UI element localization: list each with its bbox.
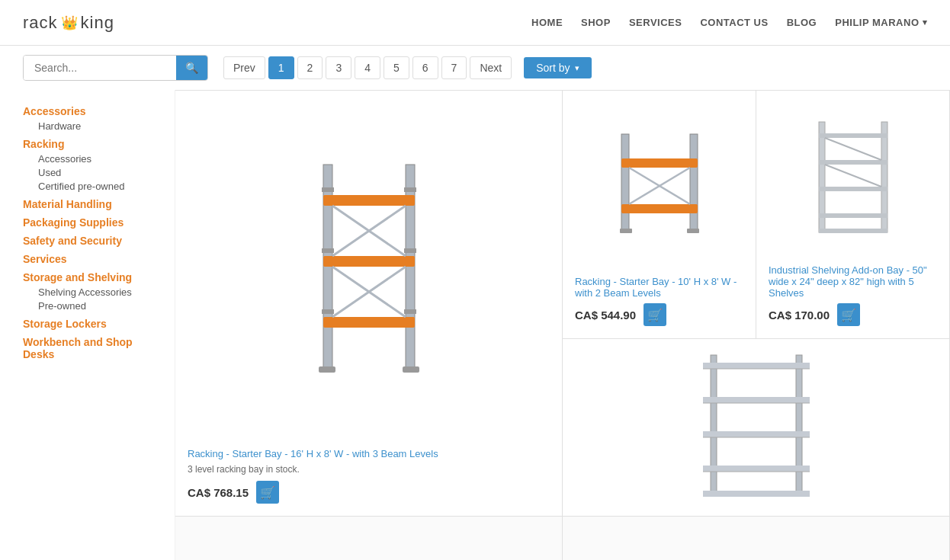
product-card-3: Industrial Shelving Add-on Bay - 50" wid… — [756, 91, 950, 339]
svg-rect-37 — [703, 397, 810, 403]
pagination: Prev 1 2 3 4 5 6 7 Next — [223, 56, 512, 79]
bottom-card-left — [175, 517, 563, 560]
svg-rect-39 — [703, 466, 810, 472]
svg-rect-35 — [796, 355, 802, 496]
page-1[interactable]: 1 — [268, 56, 294, 79]
products-area: Racking - Starter Bay - 16' H x 8' W - w… — [175, 90, 950, 560]
sidebar-item-services[interactable]: Services — [23, 253, 159, 265]
search-button[interactable]: 🔍 — [176, 56, 207, 80]
add-to-cart-button-3[interactable]: 🛒 — [837, 303, 860, 326]
sidebar-item-shelving-accessories[interactable]: Shelving Accessories — [38, 286, 159, 298]
sort-by-button[interactable]: Sort by — [524, 57, 591, 78]
page-next[interactable]: Next — [470, 56, 512, 79]
product-card-4 — [563, 339, 950, 517]
svg-rect-29 — [819, 187, 887, 191]
sidebar-item-workbench[interactable]: Workbench and Shop Desks — [23, 336, 159, 360]
sidebar-item-packaging-supplies[interactable]: Packaging Supplies — [23, 216, 159, 229]
sidebar-item-preowned[interactable]: Pre-owned — [38, 300, 159, 312]
nav-services[interactable]: SERVICES — [629, 17, 682, 28]
svg-rect-36 — [703, 363, 810, 369]
page-3[interactable]: 3 — [326, 56, 351, 79]
svg-rect-11 — [322, 248, 334, 253]
product-subtitle-1: 3 level racking bay in stock. — [188, 464, 550, 475]
logo[interactable]: rack 👑 king — [23, 13, 114, 33]
svg-line-33 — [825, 165, 881, 187]
logo-text-left: rack — [23, 13, 58, 33]
product-price-3: CA$ 170.00 — [769, 309, 830, 322]
product-price-row-2: CA$ 544.90 🛒 — [575, 303, 743, 326]
sidebar-item-storage-shelving[interactable]: Storage and Shelving — [23, 271, 159, 283]
main-layout: Accessories Hardware Racking Accessories… — [0, 90, 950, 560]
logo-text-right: king — [81, 13, 114, 33]
svg-rect-3 — [323, 256, 415, 267]
svg-rect-40 — [703, 491, 810, 497]
svg-line-32 — [825, 138, 881, 160]
svg-rect-10 — [404, 187, 416, 192]
svg-rect-14 — [404, 309, 416, 314]
product-card-2: Racking - Starter Bay - 10' H x 8' W - w… — [563, 91, 756, 339]
sidebar-item-storage-lockers[interactable]: Storage Lockers — [23, 318, 159, 330]
svg-rect-24 — [687, 229, 699, 233]
toolbar: 🔍 Prev 1 2 3 4 5 6 7 Next Sort by — [0, 46, 950, 90]
nav-shop[interactable]: SHOP — [581, 17, 611, 28]
page-4[interactable]: 4 — [355, 56, 380, 79]
svg-rect-15 — [319, 366, 335, 373]
svg-rect-4 — [323, 317, 415, 328]
nav-blog[interactable]: BLOG — [787, 17, 817, 28]
sidebar-item-hardware[interactable]: Hardware — [38, 120, 159, 132]
product-info-1: Racking - Starter Bay - 16' H x 8' W - w… — [188, 448, 550, 504]
svg-rect-2 — [323, 195, 415, 206]
svg-rect-30 — [819, 213, 887, 218]
add-to-cart-button-2[interactable]: 🛒 — [643, 303, 666, 326]
svg-rect-16 — [403, 366, 419, 373]
svg-rect-23 — [620, 229, 632, 233]
svg-rect-12 — [404, 248, 416, 253]
search-bar: 🔍 — [23, 55, 208, 81]
page-6[interactable]: 6 — [412, 56, 438, 79]
sidebar-item-material-handling[interactable]: Material Handling — [23, 198, 159, 210]
logo-crown-icon: 👑 — [61, 14, 78, 31]
svg-rect-31 — [819, 229, 887, 233]
nav-contact[interactable]: CONTACT US — [700, 17, 768, 28]
product-price-2: CA$ 544.90 — [575, 309, 636, 322]
sidebar-item-racking-accessories[interactable]: Accessories — [38, 153, 159, 165]
nav-user[interactable]: PHILIP MARANO — [835, 17, 927, 28]
product-image-4 — [575, 351, 937, 504]
product-title-3[interactable]: Industrial Shelving Add-on Bay - 50" wid… — [769, 264, 937, 299]
product-image-1 — [188, 103, 550, 439]
svg-rect-27 — [819, 133, 887, 138]
sidebar-item-used[interactable]: Used — [38, 167, 159, 178]
product-price-row-1: CA$ 768.15 🛒 — [188, 481, 550, 504]
silver-shelf-icon — [695, 351, 817, 504]
bottom-row — [175, 517, 950, 560]
product-price-row-3: CA$ 170.00 🛒 — [769, 303, 937, 326]
nav-home[interactable]: HOME — [531, 17, 563, 28]
svg-rect-28 — [819, 160, 887, 165]
header: rack 👑 king HOME SHOP SERVICES CONTACT U… — [0, 0, 950, 46]
sidebar-item-accessories[interactable]: Accessories — [23, 105, 159, 117]
rack-large-icon — [308, 157, 430, 386]
product-title-1[interactable]: Racking - Starter Bay - 16' H x 8' W - w… — [188, 448, 550, 459]
svg-rect-18 — [690, 134, 698, 232]
page-2[interactable]: 2 — [297, 56, 323, 79]
page-prev[interactable]: Prev — [223, 56, 265, 79]
product-title-2[interactable]: Racking - Starter Bay - 10' H x 8' W - w… — [575, 276, 743, 299]
page-7[interactable]: 7 — [441, 56, 467, 79]
shelf-icon — [811, 118, 895, 240]
sidebar-item-safety-security[interactable]: Safety and Security — [23, 235, 159, 247]
svg-rect-13 — [322, 309, 334, 314]
page-5[interactable]: 5 — [384, 56, 409, 79]
svg-rect-34 — [711, 355, 717, 496]
svg-rect-17 — [621, 134, 629, 232]
svg-rect-9 — [322, 187, 334, 192]
add-to-cart-button-1[interactable]: 🛒 — [256, 481, 279, 504]
product-image-2 — [575, 103, 743, 267]
product-info-3: Industrial Shelving Add-on Bay - 50" wid… — [769, 264, 937, 326]
sidebar-item-certified-preowned[interactable]: Certified pre-owned — [38, 181, 159, 192]
search-input[interactable] — [24, 56, 176, 80]
sidebar-item-racking[interactable]: Racking — [23, 138, 159, 150]
product-info-2: Racking - Starter Bay - 10' H x 8' W - w… — [575, 276, 743, 326]
rack-small-icon — [610, 128, 709, 242]
bottom-card-right — [563, 517, 950, 560]
product-image-3 — [769, 103, 937, 255]
